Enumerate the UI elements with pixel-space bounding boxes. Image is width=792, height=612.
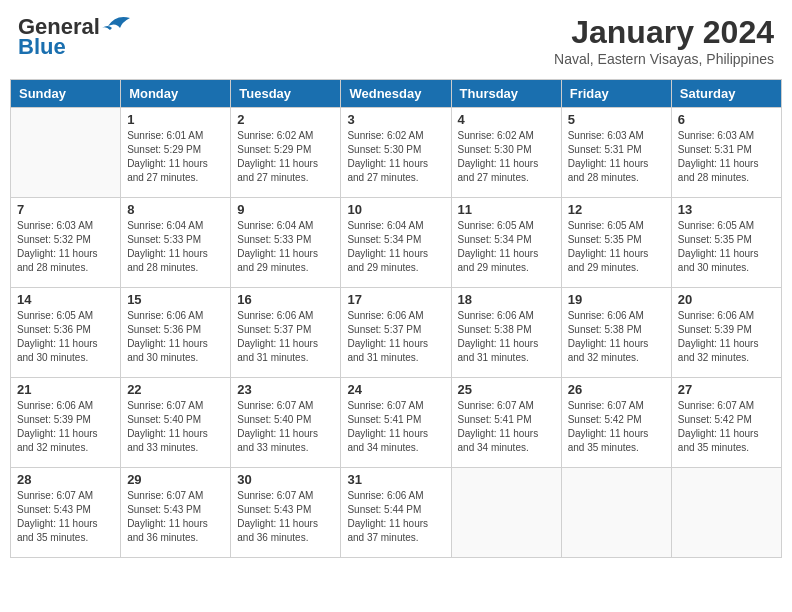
sunrise-text: Sunrise: 6:03 AM <box>568 130 644 141</box>
day-number: 10 <box>347 202 444 217</box>
day-info: Sunrise: 6:06 AMSunset: 5:39 PMDaylight:… <box>678 309 775 365</box>
calendar-table: SundayMondayTuesdayWednesdayThursdayFrid… <box>10 79 782 558</box>
day-number: 24 <box>347 382 444 397</box>
day-info: Sunrise: 6:07 AMSunset: 5:40 PMDaylight:… <box>127 399 224 455</box>
day-info: Sunrise: 6:03 AMSunset: 5:31 PMDaylight:… <box>678 129 775 185</box>
sunset-text: Sunset: 5:42 PM <box>678 414 752 425</box>
daylight-text: Daylight: 11 hours <box>17 338 98 349</box>
daylight-cont: and 31 minutes. <box>458 352 529 363</box>
sunset-text: Sunset: 5:29 PM <box>237 144 311 155</box>
calendar-cell: 5Sunrise: 6:03 AMSunset: 5:31 PMDaylight… <box>561 108 671 198</box>
calendar-cell: 27Sunrise: 6:07 AMSunset: 5:42 PMDayligh… <box>671 378 781 468</box>
sunset-text: Sunset: 5:44 PM <box>347 504 421 515</box>
sunset-text: Sunset: 5:38 PM <box>458 324 532 335</box>
day-info: Sunrise: 6:02 AMSunset: 5:30 PMDaylight:… <box>347 129 444 185</box>
sunrise-text: Sunrise: 6:07 AM <box>127 490 203 501</box>
page-subtitle: Naval, Eastern Visayas, Philippines <box>554 51 774 67</box>
daylight-cont: and 29 minutes. <box>347 262 418 273</box>
calendar-cell: 6Sunrise: 6:03 AMSunset: 5:31 PMDaylight… <box>671 108 781 198</box>
daylight-cont: and 34 minutes. <box>458 442 529 453</box>
day-number: 9 <box>237 202 334 217</box>
sunrise-text: Sunrise: 6:06 AM <box>458 310 534 321</box>
daylight-text: Daylight: 11 hours <box>347 428 428 439</box>
calendar-cell: 21Sunrise: 6:06 AMSunset: 5:39 PMDayligh… <box>11 378 121 468</box>
daylight-cont: and 32 minutes. <box>17 442 88 453</box>
daylight-cont: and 35 minutes. <box>568 442 639 453</box>
sunset-text: Sunset: 5:35 PM <box>568 234 642 245</box>
sunrise-text: Sunrise: 6:02 AM <box>458 130 534 141</box>
sunrise-text: Sunrise: 6:01 AM <box>127 130 203 141</box>
day-number: 31 <box>347 472 444 487</box>
daylight-cont: and 31 minutes. <box>237 352 308 363</box>
sunrise-text: Sunrise: 6:03 AM <box>17 220 93 231</box>
day-info: Sunrise: 6:07 AMSunset: 5:41 PMDaylight:… <box>458 399 555 455</box>
weekday-header-thursday: Thursday <box>451 80 561 108</box>
sunrise-text: Sunrise: 6:05 AM <box>458 220 534 231</box>
calendar-cell: 14Sunrise: 6:05 AMSunset: 5:36 PMDayligh… <box>11 288 121 378</box>
weekday-header-tuesday: Tuesday <box>231 80 341 108</box>
weekday-header-wednesday: Wednesday <box>341 80 451 108</box>
day-info: Sunrise: 6:06 AMSunset: 5:44 PMDaylight:… <box>347 489 444 545</box>
logo-bird-icon <box>102 14 130 36</box>
day-number: 22 <box>127 382 224 397</box>
calendar-cell: 9Sunrise: 6:04 AMSunset: 5:33 PMDaylight… <box>231 198 341 288</box>
sunset-text: Sunset: 5:37 PM <box>347 324 421 335</box>
sunrise-text: Sunrise: 6:05 AM <box>678 220 754 231</box>
calendar-cell <box>11 108 121 198</box>
sunrise-text: Sunrise: 6:06 AM <box>127 310 203 321</box>
day-number: 19 <box>568 292 665 307</box>
day-info: Sunrise: 6:04 AMSunset: 5:33 PMDaylight:… <box>127 219 224 275</box>
day-info: Sunrise: 6:07 AMSunset: 5:43 PMDaylight:… <box>17 489 114 545</box>
daylight-cont: and 35 minutes. <box>17 532 88 543</box>
title-area: January 2024 Naval, Eastern Visayas, Phi… <box>554 14 774 67</box>
sunset-text: Sunset: 5:36 PM <box>127 324 201 335</box>
calendar-week-row: 14Sunrise: 6:05 AMSunset: 5:36 PMDayligh… <box>11 288 782 378</box>
daylight-cont: and 29 minutes. <box>458 262 529 273</box>
daylight-text: Daylight: 11 hours <box>127 338 208 349</box>
sunrise-text: Sunrise: 6:07 AM <box>458 400 534 411</box>
daylight-cont: and 29 minutes. <box>237 262 308 273</box>
calendar-cell: 11Sunrise: 6:05 AMSunset: 5:34 PMDayligh… <box>451 198 561 288</box>
day-info: Sunrise: 6:07 AMSunset: 5:42 PMDaylight:… <box>678 399 775 455</box>
daylight-text: Daylight: 11 hours <box>127 518 208 529</box>
daylight-cont: and 33 minutes. <box>127 442 198 453</box>
day-number: 29 <box>127 472 224 487</box>
calendar-cell: 7Sunrise: 6:03 AMSunset: 5:32 PMDaylight… <box>11 198 121 288</box>
daylight-text: Daylight: 11 hours <box>17 248 98 259</box>
daylight-text: Daylight: 11 hours <box>678 158 759 169</box>
daylight-cont: and 37 minutes. <box>347 532 418 543</box>
calendar-cell: 16Sunrise: 6:06 AMSunset: 5:37 PMDayligh… <box>231 288 341 378</box>
day-info: Sunrise: 6:05 AMSunset: 5:36 PMDaylight:… <box>17 309 114 365</box>
daylight-text: Daylight: 11 hours <box>347 248 428 259</box>
sunset-text: Sunset: 5:32 PM <box>17 234 91 245</box>
day-info: Sunrise: 6:07 AMSunset: 5:42 PMDaylight:… <box>568 399 665 455</box>
sunrise-text: Sunrise: 6:05 AM <box>17 310 93 321</box>
daylight-text: Daylight: 11 hours <box>127 158 208 169</box>
daylight-text: Daylight: 11 hours <box>458 158 539 169</box>
weekday-header-friday: Friday <box>561 80 671 108</box>
day-number: 26 <box>568 382 665 397</box>
daylight-text: Daylight: 11 hours <box>678 248 759 259</box>
page-title: January 2024 <box>554 14 774 51</box>
sunset-text: Sunset: 5:41 PM <box>458 414 532 425</box>
calendar-cell: 28Sunrise: 6:07 AMSunset: 5:43 PMDayligh… <box>11 468 121 558</box>
daylight-text: Daylight: 11 hours <box>17 428 98 439</box>
sunrise-text: Sunrise: 6:02 AM <box>237 130 313 141</box>
day-number: 17 <box>347 292 444 307</box>
sunrise-text: Sunrise: 6:07 AM <box>17 490 93 501</box>
calendar-cell: 20Sunrise: 6:06 AMSunset: 5:39 PMDayligh… <box>671 288 781 378</box>
weekday-header-monday: Monday <box>121 80 231 108</box>
calendar-cell: 18Sunrise: 6:06 AMSunset: 5:38 PMDayligh… <box>451 288 561 378</box>
sunset-text: Sunset: 5:36 PM <box>17 324 91 335</box>
day-number: 4 <box>458 112 555 127</box>
sunrise-text: Sunrise: 6:02 AM <box>347 130 423 141</box>
daylight-cont: and 28 minutes. <box>678 172 749 183</box>
daylight-text: Daylight: 11 hours <box>237 158 318 169</box>
day-info: Sunrise: 6:07 AMSunset: 5:40 PMDaylight:… <box>237 399 334 455</box>
sunset-text: Sunset: 5:43 PM <box>17 504 91 515</box>
day-info: Sunrise: 6:01 AMSunset: 5:29 PMDaylight:… <box>127 129 224 185</box>
calendar-week-row: 7Sunrise: 6:03 AMSunset: 5:32 PMDaylight… <box>11 198 782 288</box>
daylight-text: Daylight: 11 hours <box>347 158 428 169</box>
sunset-text: Sunset: 5:34 PM <box>347 234 421 245</box>
daylight-cont: and 30 minutes. <box>678 262 749 273</box>
